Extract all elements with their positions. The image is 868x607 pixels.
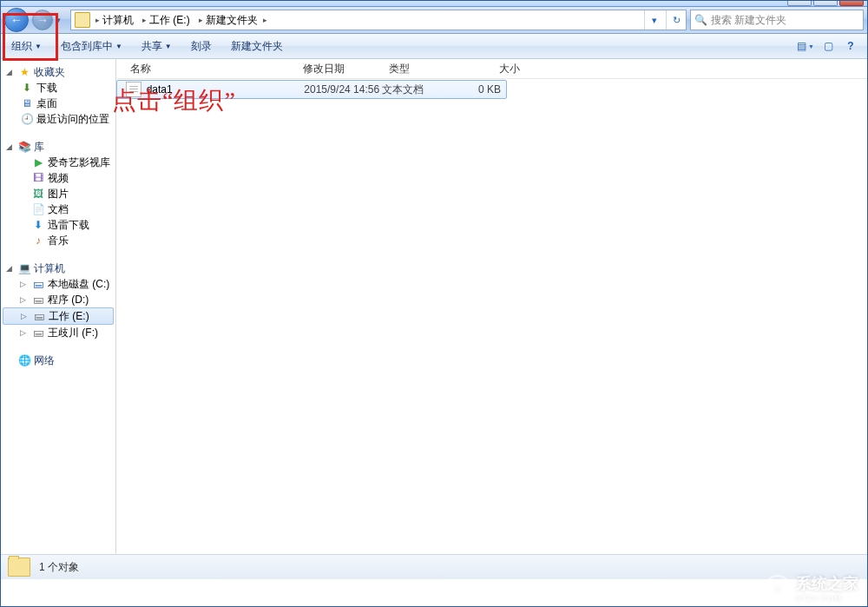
toolbar-organize-button[interactable]: 组织 ▼ bbox=[3, 36, 50, 56]
address-segment-folder[interactable]: ▸ 新建文件夹 ▸ bbox=[195, 10, 271, 30]
drive-icon: 🖴 bbox=[31, 277, 45, 291]
file-type: 文本文档 bbox=[382, 82, 464, 97]
tree-item-label: 迅雷下载 bbox=[48, 218, 89, 233]
network-header[interactable]: ▷ 🌐 网络 bbox=[1, 353, 115, 368]
library-item-documents[interactable]: ▷ 📄 文档 bbox=[1, 201, 115, 217]
tree-item-label: 爱奇艺影视库 bbox=[48, 155, 110, 170]
chevron-right-icon: ▸ bbox=[142, 16, 147, 24]
toolbar-share-button[interactable]: 共享 ▼ bbox=[133, 36, 181, 56]
file-date: 2015/9/24 14:56 bbox=[304, 83, 382, 96]
xunlei-icon: ⬇ bbox=[31, 218, 45, 232]
computer-icon: 💻 bbox=[17, 261, 31, 275]
address-bar[interactable]: ▸ 计算机 ▸ 工作 (E:) ▸ 新建文件夹 ▸ ▾ ↻ bbox=[70, 10, 687, 30]
favorites-label: 收藏夹 bbox=[34, 65, 65, 80]
nav-history-dropdown[interactable]: ▾ bbox=[56, 16, 67, 24]
tree-item-label: 视频 bbox=[48, 171, 69, 186]
tree-item-label: 王歧川 (F:) bbox=[48, 326, 98, 340]
computer-label: 计算机 bbox=[34, 261, 65, 276]
address-segment-computer[interactable]: ▸ 计算机 bbox=[92, 10, 137, 30]
window-maximize-button[interactable] bbox=[813, 0, 838, 6]
tree-group-favorites: ◢ ★ 收藏夹 ⬇ 下载 🖥 桌面 🕘 最近访问的位置 bbox=[1, 64, 115, 127]
search-input[interactable]: 🔍 搜索 新建文件夹 bbox=[690, 10, 864, 30]
music-icon: ♪ bbox=[31, 234, 45, 247]
column-headers: 名称 修改日期 类型 大小 bbox=[116, 59, 867, 79]
tree-item-label: 下载 bbox=[36, 81, 57, 96]
address-dropdown-button[interactable]: ▾ bbox=[644, 10, 664, 30]
drive-item-c[interactable]: ▷ 🖴 本地磁盘 (C:) bbox=[1, 276, 115, 292]
chevron-down-icon: ▼ bbox=[35, 43, 42, 50]
drive-item-d[interactable]: ▷ 🖴 程序 (D:) bbox=[1, 292, 115, 307]
library-item-pictures[interactable]: ▷ 🖼 图片 bbox=[1, 186, 115, 201]
folder-icon bbox=[75, 12, 90, 28]
expander-icon[interactable]: ▷ bbox=[20, 328, 29, 337]
navigation-bar: ← → ▾ ▸ 计算机 ▸ 工作 (E:) ▸ 新建文件夹 ▸ ▾ ↻ 🔍 搜索… bbox=[1, 7, 867, 34]
expander-icon[interactable]: ◢ bbox=[6, 264, 15, 273]
address-segment-drive[interactable]: ▸ 工作 (E:) bbox=[139, 10, 194, 30]
libraries-label: 库 bbox=[34, 140, 44, 155]
tree-item-label: 本地磁盘 (C:) bbox=[48, 277, 109, 292]
iqiyi-icon: ▶ bbox=[31, 155, 45, 169]
desktop-icon: 🖥 bbox=[20, 96, 34, 110]
column-header-date[interactable]: 修改日期 bbox=[298, 62, 384, 76]
window-close-button[interactable] bbox=[839, 0, 864, 6]
preview-pane-button[interactable]: ▢ bbox=[819, 36, 838, 56]
library-item-xunlei[interactable]: ▷ ⬇ 迅雷下载 bbox=[1, 217, 115, 233]
column-header-size[interactable]: 大小 bbox=[473, 62, 528, 76]
column-header-name[interactable]: 名称 bbox=[125, 62, 298, 76]
drive-item-f[interactable]: ▷ 🖴 王歧川 (F:) bbox=[1, 325, 115, 340]
download-icon: ⬇ bbox=[20, 81, 34, 95]
libraries-header[interactable]: ◢ 📚 库 bbox=[1, 139, 115, 155]
toolbar-label: 包含到库中 bbox=[61, 39, 113, 54]
library-item-videos[interactable]: ▷ 🎞 视频 bbox=[1, 170, 115, 186]
tree-item-label: 最近访问的位置 bbox=[36, 112, 109, 127]
text-file-icon bbox=[126, 82, 141, 97]
drive-item-e[interactable]: ▷ 🖴 工作 (E:) bbox=[3, 307, 114, 325]
favorites-item-desktop[interactable]: 🖥 桌面 bbox=[1, 96, 115, 111]
toolbar-label: 新建文件夹 bbox=[231, 39, 283, 54]
library-item-iqiyi[interactable]: ▷ ▶ 爱奇艺影视库 bbox=[1, 155, 115, 170]
tree-item-label: 文档 bbox=[48, 202, 69, 217]
refresh-button[interactable]: ↻ bbox=[666, 10, 686, 30]
window-minimize-button[interactable] bbox=[787, 0, 812, 6]
favorites-item-downloads[interactable]: ⬇ 下载 bbox=[1, 80, 115, 96]
picture-icon: 🖼 bbox=[31, 187, 45, 201]
toolbar-new-folder-button[interactable]: 新建文件夹 bbox=[222, 36, 292, 56]
video-icon: 🎞 bbox=[31, 171, 45, 185]
library-item-music[interactable]: ▷ ♪ 音乐 bbox=[1, 233, 115, 248]
search-placeholder: 搜索 新建文件夹 bbox=[711, 13, 786, 28]
navigation-tree: ◢ ★ 收藏夹 ⬇ 下载 🖥 桌面 🕘 最近访问的位置 ◢ 📚 库 bbox=[1, 59, 116, 554]
expander-icon[interactable]: ▷ bbox=[20, 295, 29, 304]
nav-back-button[interactable]: ← bbox=[4, 8, 29, 32]
search-icon: 🔍 bbox=[694, 14, 707, 26]
toolbar-label: 组织 bbox=[11, 39, 32, 54]
expander-icon[interactable]: ▷ bbox=[20, 280, 29, 288]
computer-header[interactable]: ◢ 💻 计算机 bbox=[1, 261, 115, 276]
expander-icon[interactable]: ▷ bbox=[21, 312, 30, 320]
tree-group-libraries: ◢ 📚 库 ▷ ▶ 爱奇艺影视库 ▷ 🎞 视频 ▷ 🖼 图片 ▷ 📄 bbox=[1, 139, 115, 248]
favorites-header[interactable]: ◢ ★ 收藏夹 bbox=[1, 64, 115, 80]
column-header-type[interactable]: 类型 bbox=[384, 62, 473, 76]
help-button[interactable]: ? bbox=[841, 36, 860, 56]
tree-group-network: ▷ 🌐 网络 bbox=[1, 353, 115, 368]
watermark-text: 系统之家 bbox=[796, 575, 858, 592]
tree-group-computer: ◢ 💻 计算机 ▷ 🖴 本地磁盘 (C:) ▷ 🖴 程序 (D:) ▷ 🖴 工作… bbox=[1, 261, 115, 340]
chevron-down-icon: ▼ bbox=[115, 43, 122, 50]
document-icon: 📄 bbox=[31, 202, 45, 216]
chevron-right-icon: ▸ bbox=[95, 16, 100, 24]
file-row[interactable]: data1 2015/9/24 14:56 文本文档 0 KB bbox=[116, 80, 507, 99]
expander-icon[interactable]: ◢ bbox=[6, 68, 15, 76]
toolbar-label: 共享 bbox=[141, 39, 162, 54]
toolbar-burn-button[interactable]: 刻录 bbox=[182, 36, 220, 56]
watermark: ⌂ 系统之家 XTZJ.COM bbox=[765, 573, 858, 603]
view-options-button[interactable]: ▤ ▼ bbox=[796, 36, 815, 56]
network-icon: 🌐 bbox=[17, 353, 31, 367]
toolbar-label: 刻录 bbox=[191, 39, 212, 54]
window-titlebar bbox=[1, 1, 867, 7]
status-text: 1 个对象 bbox=[39, 560, 79, 575]
nav-forward-button[interactable]: → bbox=[32, 10, 53, 30]
favorites-item-recent[interactable]: 🕘 最近访问的位置 bbox=[1, 111, 115, 127]
toolbar-include-library-button[interactable]: 包含到库中 ▼ bbox=[52, 36, 131, 56]
expander-icon[interactable]: ◢ bbox=[6, 142, 15, 151]
tree-item-label: 程序 (D:) bbox=[48, 293, 89, 307]
status-bar: 1 个对象 bbox=[1, 554, 867, 579]
